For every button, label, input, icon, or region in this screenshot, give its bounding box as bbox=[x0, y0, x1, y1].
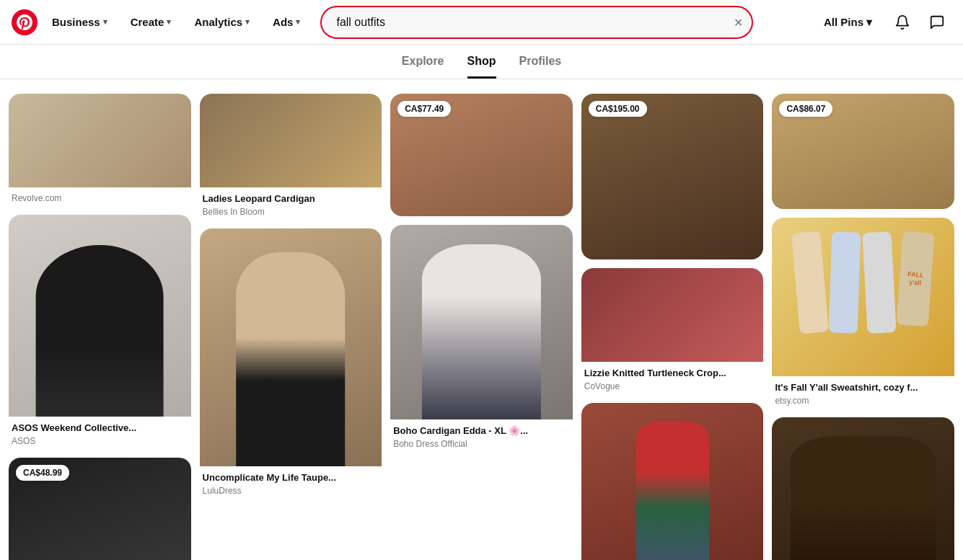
pin-card[interactable]: CA$195.00 bbox=[581, 94, 764, 259]
pin-source: Boho Dress Official bbox=[393, 439, 570, 449]
pins-grid: Revolve.com CA$49.30 ASOS Weekend Collec… bbox=[0, 79, 963, 560]
chevron-down-icon: ▾ bbox=[866, 16, 872, 29]
price-badge: CA$86.07 bbox=[779, 101, 832, 117]
pin-source: Revolve.com bbox=[12, 193, 188, 203]
pin-info: Uncomplicate My Life Taupe... LuluDress bbox=[200, 466, 382, 499]
nav-create[interactable]: Create ▾ bbox=[122, 10, 180, 34]
pin-card[interactable]: CA$6,238.00 FALLy'all It's Fall Y'all Sw… bbox=[772, 218, 954, 409]
pin-title: Lizzie Knitted Turtleneck Crop... bbox=[584, 368, 761, 380]
nav-ads[interactable]: Ads ▾ bbox=[264, 10, 309, 34]
notifications-button[interactable] bbox=[888, 8, 917, 37]
search-clear-icon[interactable]: ✕ bbox=[734, 15, 743, 29]
pin-title: ASOS Weekend Collective... bbox=[12, 422, 188, 435]
pin-title: Ladies Leopard Cardigan bbox=[203, 193, 379, 205]
pin-info: ASOS Weekend Collective... ASOS bbox=[9, 417, 191, 449]
pin-card[interactable]: Boho Cardigan Edda - XL 🌸... Boho Dress … bbox=[390, 225, 573, 452]
pin-card[interactable]: $42.00 Uncomplicate My Life Taupe... Lul… bbox=[200, 228, 382, 499]
header-right: All Pins ▾ bbox=[814, 8, 951, 37]
pin-card[interactable]: CA$48.99 bbox=[9, 458, 191, 560]
chevron-down-icon: ▾ bbox=[296, 17, 300, 27]
pin-title: Boho Cardigan Edda - XL 🌸... bbox=[393, 425, 570, 437]
pin-info: It's Fall Y'all Sweatshirt, cozy f... et… bbox=[772, 376, 954, 409]
chevron-down-icon: ▾ bbox=[103, 17, 107, 27]
pin-info: Lizzie Knitted Turtleneck Crop... CoVogu… bbox=[581, 362, 764, 394]
pin-source: Bellies In Bloom bbox=[203, 207, 379, 217]
pinterest-logo[interactable] bbox=[12, 9, 38, 35]
all-pins-button[interactable]: All Pins ▾ bbox=[814, 10, 882, 35]
pin-info: Revolve.com bbox=[9, 187, 191, 206]
messages-button[interactable] bbox=[923, 8, 951, 37]
pin-info: Boho Cardigan Edda - XL 🌸... Boho Dress … bbox=[390, 419, 573, 452]
tab-explore[interactable]: Explore bbox=[402, 55, 444, 79]
pin-info: Ladies Leopard Cardigan Bellies In Bloom bbox=[200, 187, 382, 220]
pin-title: Uncomplicate My Life Taupe... bbox=[203, 472, 379, 484]
search-bar: ✕ bbox=[320, 6, 753, 39]
tab-profiles[interactable]: Profiles bbox=[519, 55, 562, 79]
header: Business ▾ Create ▾ Analytics ▾ Ads ▾ ✕ … bbox=[0, 0, 963, 45]
price-badge: CA$48.99 bbox=[16, 465, 69, 481]
pin-card[interactable]: CA$235.29 bbox=[772, 417, 954, 560]
pin-card[interactable]: Lizzie Knitted Turtleneck Crop... CoVogu… bbox=[581, 268, 764, 394]
pin-source: etsy.com bbox=[775, 396, 951, 406]
pin-source: CoVogue bbox=[584, 381, 761, 391]
pin-card[interactable]: CA$36.02 Art Hoe Style Makeover etsy.com bbox=[581, 403, 764, 560]
pin-card[interactable]: CA$86.07 bbox=[772, 94, 954, 209]
search-input[interactable] bbox=[320, 6, 753, 39]
nav-business[interactable]: Business ▾ bbox=[43, 10, 116, 34]
pin-card[interactable]: Revolve.com bbox=[9, 94, 191, 206]
price-badge: CA$77.49 bbox=[397, 101, 451, 117]
pin-card[interactable]: CA$77.49 bbox=[390, 94, 573, 216]
price-badge: CA$195.00 bbox=[589, 101, 647, 117]
chevron-down-icon: ▾ bbox=[245, 17, 250, 27]
nav-analytics[interactable]: Analytics ▾ bbox=[185, 10, 258, 34]
tab-shop[interactable]: Shop bbox=[467, 55, 496, 79]
chevron-down-icon: ▾ bbox=[167, 17, 171, 27]
pin-source: ASOS bbox=[12, 436, 188, 446]
pin-card[interactable]: Ladies Leopard Cardigan Bellies In Bloom bbox=[200, 94, 382, 220]
pin-title: It's Fall Y'all Sweatshirt, cozy f... bbox=[775, 382, 951, 394]
pin-card[interactable]: CA$49.30 ASOS Weekend Collective... ASOS bbox=[9, 215, 191, 449]
pin-source: LuluDress bbox=[203, 486, 379, 496]
search-tabs: Explore Shop Profiles bbox=[0, 45, 963, 79]
